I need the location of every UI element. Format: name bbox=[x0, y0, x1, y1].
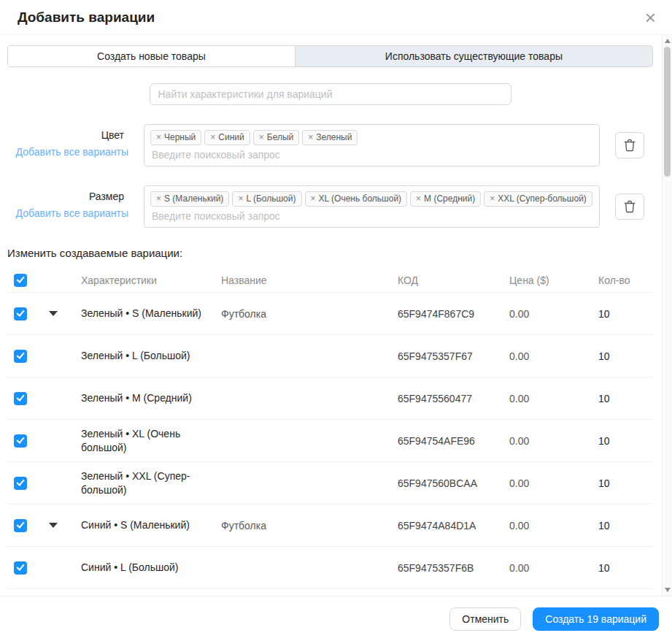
row-checkbox[interactable] bbox=[14, 307, 27, 320]
remove-tag-icon[interactable]: × bbox=[238, 193, 243, 204]
row-qty: 10 bbox=[592, 477, 653, 489]
tag-label: Черный bbox=[164, 131, 196, 143]
row-checkbox[interactable] bbox=[14, 392, 27, 405]
delete-attribute-button[interactable] bbox=[615, 132, 644, 158]
tag-label: Синий bbox=[218, 131, 244, 143]
row-characteristics: Зеленый • XXL (Супер-большой) bbox=[74, 469, 215, 496]
attribute-name-label: Размер bbox=[7, 191, 128, 202]
row-checkbox[interactable] bbox=[14, 434, 27, 448]
table-row: Синий • S (Маленький) Футболка 65F9474A8… bbox=[7, 504, 653, 547]
tag: ×Зеленый bbox=[302, 130, 358, 145]
row-code: 65F9474A84D1A bbox=[392, 520, 503, 531]
row-price: 0.00 bbox=[503, 308, 592, 320]
tab-use-existing-products[interactable]: Использовать существующие товары bbox=[296, 46, 652, 66]
chevron-down-icon[interactable] bbox=[49, 311, 58, 316]
tag-label: Зеленый bbox=[316, 131, 352, 143]
table-row: Зеленый • S (Маленький) Футболка 65F9474… bbox=[7, 293, 653, 335]
row-checkbox[interactable] bbox=[14, 350, 27, 363]
row-code: 65F9475357F67 bbox=[392, 350, 503, 362]
row-characteristics: Синий • S (Маленький) bbox=[74, 518, 215, 531]
row-characteristics: Зеленый • S (Маленький) bbox=[74, 307, 215, 320]
attribute-name-label: Цвет bbox=[7, 129, 128, 141]
scrollbar[interactable] bbox=[662, 35, 672, 596]
attribute-search-input[interactable] bbox=[150, 147, 593, 162]
row-code: 65F9475357F6B bbox=[392, 562, 503, 574]
row-price: 0.00 bbox=[503, 350, 592, 362]
remove-tag-icon[interactable]: × bbox=[490, 193, 495, 204]
attribute-search-input[interactable] bbox=[150, 208, 593, 223]
remove-tag-icon[interactable]: × bbox=[416, 193, 421, 204]
row-characteristics: Синий • L (Большой) bbox=[74, 561, 215, 574]
select-all-checkbox[interactable] bbox=[14, 274, 27, 287]
tag: ×XL (Очень большой) bbox=[305, 191, 408, 207]
section-label: Изменить создаваемые вариации: bbox=[7, 247, 653, 259]
table-header-row: Характеристики Название КОД Цена ($) Кол… bbox=[7, 268, 653, 293]
close-icon[interactable]: × bbox=[645, 8, 656, 27]
tag-label: M (Средний) bbox=[424, 193, 475, 204]
add-all-variants-link[interactable]: Добавить все варианты bbox=[16, 146, 128, 158]
remove-tag-icon[interactable]: × bbox=[156, 131, 161, 143]
modal-body: Создать новые товары Использовать сущест… bbox=[0, 35, 672, 596]
tag: ×Белый bbox=[253, 130, 300, 145]
row-qty: 10 bbox=[592, 520, 653, 531]
tag-label: Белый bbox=[267, 131, 293, 143]
row-characteristics: Зеленый • XL (Очень большой) bbox=[74, 427, 215, 453]
scroll-up-icon[interactable] bbox=[665, 39, 671, 43]
row-characteristics: Зеленый • L (Большой) bbox=[74, 349, 215, 362]
tag-label: XL (Очень большой) bbox=[319, 193, 402, 204]
tag: ×S (Маленький) bbox=[150, 191, 229, 207]
row-name: Футболка bbox=[215, 308, 392, 320]
row-price: 0.00 bbox=[503, 435, 592, 447]
row-checkbox[interactable] bbox=[14, 477, 27, 490]
row-code: 65F94754AFE96 bbox=[392, 435, 503, 447]
column-header-characteristics: Характеристики bbox=[74, 275, 215, 286]
column-header-name: Название bbox=[215, 275, 392, 286]
modal-title: Добавить вариации bbox=[18, 9, 155, 26]
row-checkbox[interactable] bbox=[14, 561, 27, 575]
add-all-variants-link[interactable]: Добавить все варианты bbox=[16, 207, 128, 219]
trash-icon bbox=[623, 139, 636, 152]
remove-tag-icon[interactable]: × bbox=[311, 193, 316, 204]
tag-label: L (Большой) bbox=[246, 193, 296, 204]
column-header-code: КОД bbox=[392, 275, 503, 286]
tag-list: ×Черный ×Синий ×Белый ×Зеленый bbox=[150, 130, 593, 145]
scrollbar-thumb[interactable] bbox=[664, 47, 671, 177]
cancel-button[interactable]: Отменить bbox=[449, 607, 521, 631]
row-checkbox[interactable] bbox=[14, 519, 27, 532]
search-input[interactable] bbox=[150, 83, 511, 105]
table-row: Синий • L (Большой) 65F9475357F6B 0.00 1… bbox=[7, 547, 653, 589]
row-price: 0.00 bbox=[503, 562, 592, 574]
remove-tag-icon[interactable]: × bbox=[156, 193, 161, 204]
row-name: Футболка bbox=[215, 520, 392, 531]
attribute-left-column: Цвет Добавить все варианты bbox=[7, 124, 128, 158]
tag: ×Синий bbox=[204, 130, 250, 145]
tag-label: S (Маленький) bbox=[164, 193, 223, 204]
row-price: 0.00 bbox=[503, 393, 592, 404]
tag: ×Черный bbox=[150, 130, 201, 145]
table-row: Зеленый • L (Большой) 65F9475357F67 0.00… bbox=[7, 335, 653, 377]
remove-tag-icon[interactable]: × bbox=[308, 131, 313, 143]
row-price: 0.00 bbox=[503, 477, 592, 489]
attribute-left-column: Размер Добавить все варианты bbox=[7, 185, 128, 220]
create-variations-button[interactable]: Создать 19 вариаций bbox=[533, 607, 659, 631]
tag-list: ×S (Маленький) ×L (Большой) ×XL (Очень б… bbox=[150, 191, 593, 207]
add-variations-modal: Добавить вариации × Создать новые товары… bbox=[0, 0, 672, 641]
row-code: 65F9474F867C9 bbox=[392, 308, 503, 320]
scroll-down-icon[interactable] bbox=[665, 588, 671, 592]
row-qty: 10 bbox=[592, 393, 653, 404]
remove-tag-icon[interactable]: × bbox=[210, 131, 215, 143]
row-code: 65F9475560477 bbox=[392, 393, 503, 404]
delete-attribute-button[interactable] bbox=[615, 193, 644, 220]
tab-bar: Создать новые товары Использовать сущест… bbox=[7, 45, 653, 67]
chevron-down-icon[interactable] bbox=[49, 523, 58, 528]
table-row: Зеленый • M (Средний) 65F9475560477 0.00… bbox=[7, 377, 653, 420]
attribute-row-size: Размер Добавить все варианты ×S (Маленьк… bbox=[7, 185, 653, 228]
remove-tag-icon[interactable]: × bbox=[259, 131, 264, 143]
attribute-values-box[interactable]: ×Черный ×Синий ×Белый ×Зеленый bbox=[144, 124, 600, 166]
tab-create-new-products[interactable]: Создать новые товары bbox=[8, 46, 296, 66]
row-qty: 10 bbox=[592, 562, 653, 574]
table-row: Зеленый • XXL (Супер-большой) 65F947560B… bbox=[7, 462, 653, 504]
row-code: 65F947560BCAA bbox=[392, 477, 503, 489]
row-characteristics: Зеленый • M (Средний) bbox=[74, 391, 215, 404]
attribute-values-box[interactable]: ×S (Маленький) ×L (Большой) ×XL (Очень б… bbox=[144, 185, 600, 228]
